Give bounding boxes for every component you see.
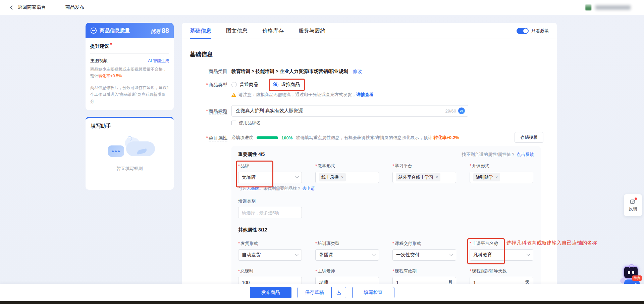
- tab-basic-info[interactable]: 基础信息: [190, 23, 211, 39]
- progress-label: 必填项进度: [231, 135, 253, 141]
- bottom-dark-strip: [0, 301, 644, 304]
- form-tabbar: 基础信息 图文信息 价格库存 服务与履约 只看必填: [182, 23, 557, 39]
- advice-description: 商品缺少主图视频或主图视频质量不合格，预计转化率+0.5%: [90, 66, 169, 80]
- notification-dot: [635, 198, 637, 200]
- attributes-panel: 重要属性 4/5 找不到合适的属性/属性值？ 点击反馈 *品牌 无品牌 *教学形…: [231, 146, 541, 297]
- ai-generate-link[interactable]: AI 智能生成: [148, 58, 169, 64]
- field-learning-platform: *学习平台 站外平台线上学习×: [392, 163, 456, 183]
- quality-card: 商品信息质量 优秀 88 提升建议 主图视频 AI 智能生成 商品缺少主图视频或…: [86, 23, 174, 110]
- helper-title: 填写助手: [91, 123, 168, 129]
- back-to-merchant-link[interactable]: 返回商家后台: [18, 4, 46, 10]
- section-title-basic: 基础信息: [190, 50, 549, 58]
- validity-label: *课程有效期: [392, 268, 456, 274]
- virtual-product-warning: 请注意：虚拟商品无需物流，通过电子凭证或直充方式发货，详情查看: [231, 92, 549, 98]
- important-attrs-title: 重要属性 4/5: [238, 151, 265, 158]
- save-template-button[interactable]: 存储模板: [515, 132, 543, 143]
- shop-name-blurred: [595, 5, 631, 10]
- back-chevron-icon[interactable]: [10, 5, 14, 10]
- training-category-label: 培训类别: [238, 198, 534, 204]
- chevron-down-icon: [295, 175, 299, 178]
- brand-note: 可选无品牌。未找到需要的品牌？ 去申请: [238, 186, 534, 191]
- class-type-select[interactable]: 录播课: [315, 249, 379, 261]
- radio-normal-product[interactable]: 普通商品: [231, 82, 258, 88]
- chat-bubble-icon: [108, 145, 124, 157]
- quality-card-title: 商品信息质量: [100, 28, 130, 34]
- course-start-form-label: *开课形式: [470, 163, 533, 169]
- category-label: 商品类目: [190, 68, 227, 75]
- save-draft-group: 保存草稿: [298, 287, 346, 298]
- chevron-down-icon: [372, 252, 376, 256]
- divider: [90, 53, 169, 54]
- required-only-toggle[interactable]: [517, 28, 529, 34]
- save-draft-button[interactable]: 保存草稿: [298, 287, 331, 298]
- use-brand-name-checkbox[interactable]: [231, 121, 236, 125]
- tab-service[interactable]: 服务与履约: [299, 23, 325, 39]
- robot-eye: [632, 271, 634, 274]
- topbar-account-area[interactable]: [581, 4, 631, 10]
- training-category-input[interactable]: [238, 207, 302, 218]
- teaching-form-select[interactable]: 线上录播×: [315, 172, 379, 183]
- feedback-edit-icon: [630, 199, 636, 205]
- save-draft-icon-button[interactable]: [332, 287, 346, 298]
- field-class-type: *培训班类型 录播课: [315, 241, 379, 261]
- product-title-label: *商品标题: [190, 105, 227, 126]
- product-form-card: 基础信息 图文信息 价格库存 服务与履约 只看必填 基础信息 商品类目 教育培训…: [182, 23, 557, 304]
- field-delivery-form: *发货形式 自动发货: [238, 241, 302, 261]
- radio-circle-checked[interactable]: [273, 82, 278, 87]
- brand-label: *品牌: [238, 163, 302, 169]
- topbar-divider: [581, 4, 581, 10]
- selected-tag[interactable]: 随到随学×: [473, 173, 500, 181]
- char-counter: 29/60: [445, 108, 456, 114]
- feedback-float-button[interactable]: 反馈: [624, 194, 642, 216]
- total-hours-label: *总课时: [238, 268, 302, 274]
- progress-bar: [257, 136, 278, 139]
- quality-score: 优秀 88: [151, 27, 169, 35]
- todo-badge: 待办: [632, 275, 642, 281]
- course-delivery-select[interactable]: 一次性交付: [392, 249, 456, 261]
- teaching-form-label: *教学形式: [315, 163, 379, 169]
- feedback-click-link[interactable]: 点击反馈: [517, 152, 534, 157]
- annotation-note-text: 选择凡科教育或新建输入自己店铺的名称: [506, 240, 597, 246]
- row-category: 商品类目 教育培训 > 技能培训 > 企业人力资源/市场营销/职业规划修改: [190, 68, 549, 75]
- warning-detail-link[interactable]: 详情查看: [356, 92, 374, 97]
- remove-tag-icon[interactable]: ×: [436, 175, 438, 180]
- remove-tag-icon[interactable]: ×: [495, 175, 498, 180]
- learning-platform-select[interactable]: 站外平台线上学习×: [392, 172, 456, 183]
- field-course-delivery: *课程交付形式 一次性交付: [392, 241, 456, 261]
- category-edit-link[interactable]: 修改: [353, 69, 362, 74]
- toggle-knob: [523, 29, 528, 33]
- radio-virtual-product[interactable]: 虚拟商品: [273, 82, 300, 88]
- helper-illustration: [105, 136, 155, 162]
- attrs-description: 准确填写重点属性信息，有机会获得搜索/详情页的信息强化展示，预计 转化率+0.2…: [296, 135, 459, 141]
- red-dot-badge: [110, 43, 112, 45]
- advice-item-title: 主图视频: [90, 58, 108, 64]
- brand-select[interactable]: 无品牌: [238, 172, 302, 183]
- field-teaching-form: *教学形式 线上录播×: [315, 163, 379, 183]
- selected-tag[interactable]: 站外平台线上学习×: [396, 173, 440, 181]
- ai-badge-icon[interactable]: AI: [458, 107, 465, 114]
- product-title-input[interactable]: [231, 105, 468, 117]
- radio-circle-unchecked[interactable]: [231, 82, 237, 87]
- remove-tag-icon[interactable]: ×: [341, 175, 343, 180]
- course-delivery-label: *课程交付形式: [392, 241, 456, 247]
- class-platform-select[interactable]: 凡科教育: [470, 249, 533, 261]
- tab-image-text[interactable]: 图文信息: [226, 23, 248, 39]
- quality-note: 商品信息修改后，分数可能存在延迟，建议1个工作日后进入“商品诊断”页查看最新质量…: [90, 84, 169, 105]
- delivery-form-select[interactable]: 自动发货: [238, 249, 302, 261]
- row-product-title: *商品标题 29/60 AI 使用品牌名: [190, 105, 549, 126]
- topbar: 返回商家后台 商品发布: [0, 0, 644, 15]
- fill-check-button[interactable]: 填写检查: [352, 287, 394, 298]
- footer-action-bar: 发布商品 保存草稿 填写检查: [0, 284, 644, 301]
- apply-brand-link[interactable]: 去申请: [302, 186, 315, 191]
- selected-tag[interactable]: 线上录播×: [319, 173, 346, 181]
- chevron-down-icon: [295, 252, 299, 256]
- no-brand-link[interactable]: 无品牌: [247, 186, 259, 191]
- tab-price-stock[interactable]: 价格库存: [262, 23, 284, 39]
- page-title: 商品发布: [65, 4, 84, 10]
- course-start-form-select[interactable]: 随到随学×: [470, 172, 533, 183]
- field-course-start-form: *开课形式 随到随学×: [470, 163, 533, 183]
- publish-button[interactable]: 发布商品: [250, 287, 291, 298]
- save-tray-icon: [336, 290, 341, 295]
- delivery-form-label: *发货形式: [238, 241, 302, 247]
- advice-title: 提升建议: [90, 43, 109, 49]
